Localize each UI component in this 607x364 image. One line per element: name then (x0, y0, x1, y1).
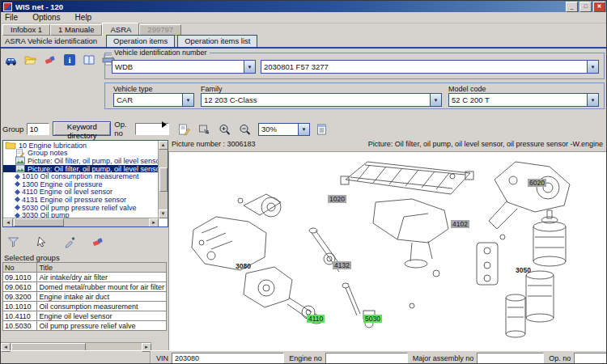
model-code-combo[interactable]: 52 C 200 T ▼ (448, 93, 599, 107)
module-tab-1[interactable]: Operation items (106, 35, 175, 47)
scrollbar-thumb[interactable] (159, 167, 168, 192)
scroll-right-icon[interactable]: ► (149, 218, 159, 227)
chevron-down-icon[interactable]: ▼ (587, 94, 598, 106)
table-row[interactable]: 09.0610Domed metal/rubber mount for air … (3, 282, 167, 292)
vin-fieldset: Vehicle identification number WDB ▼ 2030… (104, 53, 605, 79)
status-bar: VIN 203080 Engine no Major assembly no O… (1, 350, 607, 364)
callout-4102[interactable]: 4102 (451, 220, 469, 228)
column-header-title: Title (37, 263, 167, 273)
tree-item-label: Picture: Oil filter, oil pump, oil level… (28, 165, 159, 173)
wmi-combo[interactable]: WDB ▼ (112, 60, 256, 74)
close-button[interactable]: ✕ (593, 2, 605, 12)
car-icon (4, 53, 19, 66)
callout-1020[interactable]: 1020 (328, 195, 346, 203)
callout-4132[interactable]: 4132 (333, 261, 351, 269)
callout-4110[interactable]: 4110 (307, 315, 325, 323)
callout-6020[interactable]: 6020 (528, 179, 546, 187)
cursor-button[interactable] (32, 233, 50, 251)
chevron-down-icon[interactable]: ▼ (182, 94, 193, 106)
menu-help[interactable]: Help (75, 13, 92, 22)
tree-item-7[interactable]: 4131 Engine oil pressure sensor (3, 196, 159, 204)
table-row[interactable]: 09.3200Engine intake air duct (3, 292, 167, 302)
scrollbar-thumb[interactable] (14, 218, 64, 226)
vin-combo[interactable]: 2030801 F57 3277 ▼ (261, 60, 599, 74)
info-button[interactable]: i (61, 51, 79, 69)
eraser-button[interactable] (41, 51, 59, 69)
diagram-toolbar-icons (175, 121, 253, 138)
table-row[interactable]: 10.1010Oil consumption measurement (3, 302, 167, 311)
picture-title: Picture: Oil filter, oil pump, oil level… (368, 140, 603, 150)
status-vin-label: VIN (156, 354, 168, 362)
diamond-bullet-icon (15, 197, 20, 202)
session-tab-1[interactable]: 1 Manuale (50, 24, 102, 36)
vehicle-type-combo[interactable]: CAR ▼ (113, 93, 194, 107)
menu-file[interactable]: File (5, 13, 18, 22)
chevron-down-icon[interactable]: ▼ (587, 61, 598, 73)
vehicle-type-value: CAR (114, 95, 182, 104)
tree-item-1[interactable]: Group notes (3, 150, 159, 158)
splitter-arrow-icon[interactable] (162, 121, 167, 128)
callout-5030[interactable]: 5030 (363, 315, 382, 323)
car-button[interactable] (2, 51, 20, 69)
table-row[interactable]: 09.1010Air intake/dry air filter (3, 273, 167, 282)
dropper-button[interactable] (61, 233, 79, 251)
group-tree: 10 Engine lubricationGroup notesPicture:… (2, 140, 168, 227)
menu-options[interactable]: Options (32, 13, 60, 22)
diagram-canvas[interactable]: 30803050102060204132410241105030 (168, 151, 607, 350)
tree-vertical-scrollbar[interactable]: ▲ ▼ (158, 141, 168, 218)
callout-3050[interactable]: 3050 (516, 266, 531, 274)
cell-title: Engine oil level sensor (37, 311, 167, 321)
module-tab-0[interactable]: ASRA Vehicle identification (3, 36, 104, 47)
scroll-up-icon[interactable]: ▲ (159, 141, 168, 150)
diamond-bullet-icon (15, 181, 20, 187)
keyword-directory-button[interactable]: Keyword directory (53, 121, 111, 136)
scroll-left-icon[interactable]: ◄ (3, 218, 13, 227)
tree-item-6[interactable]: 4110 Engine oil level sensor (3, 188, 159, 197)
tree-horizontal-scrollbar[interactable]: ◄ ► (3, 218, 159, 226)
table-row[interactable]: 10.5030Oil pump pressure relief valve (3, 321, 167, 331)
cell-no: 09.3200 (3, 292, 37, 302)
cell-no: 10.1010 (3, 302, 37, 311)
chevron-down-icon[interactable]: ▼ (298, 124, 309, 135)
filter-button[interactable] (4, 233, 22, 251)
status-spacer (1, 351, 151, 364)
callout-3080[interactable]: 3080 (236, 262, 251, 270)
zoom-out-button[interactable] (236, 121, 253, 138)
cell-title: Oil pump pressure relief valve (37, 321, 167, 331)
edit-note-button[interactable] (175, 121, 193, 138)
chevron-down-icon[interactable]: ▼ (244, 61, 255, 73)
diamond-bullet-icon (15, 174, 20, 180)
zoom-combo[interactable]: 30% ▼ (258, 123, 310, 136)
status-engine-value (325, 353, 408, 364)
fit-view-button[interactable] (195, 121, 213, 138)
chevron-down-icon[interactable]: ▼ (430, 94, 441, 106)
family-combo[interactable]: 12 203 C-Class ▼ (201, 93, 442, 107)
tree-item-8[interactable]: 5030 Oil pump pressure relief valve (3, 204, 159, 212)
page-icon (315, 123, 329, 136)
minimize-button[interactable]: _ (566, 2, 578, 12)
tree-item-2[interactable]: Picture: Oil filter, oil pump, oil level… (3, 157, 159, 165)
open-folder-button[interactable] (22, 51, 40, 69)
session-tab-2[interactable]: ASRA (102, 23, 139, 36)
model-code-label: Model code (448, 85, 486, 93)
module-tab-2[interactable]: Operation items list (177, 35, 257, 47)
table-row[interactable]: 10.4110Engine oil level sensor (3, 311, 167, 321)
scroll-down-icon[interactable]: ▼ (159, 210, 168, 218)
zoom-in-button[interactable] (215, 121, 233, 138)
tree-item-0[interactable]: 10 Engine lubrication (3, 142, 159, 150)
book-button[interactable] (80, 51, 98, 69)
session-tab-0[interactable]: Infobox 1 (2, 24, 50, 36)
session-tab-3[interactable]: 299797 (139, 24, 181, 36)
group-input[interactable] (27, 123, 49, 135)
cell-title: Domed metal/rubber mount for air filter (37, 282, 167, 292)
cell-no: 09.1010 (3, 273, 37, 282)
tree-item-label: Picture: Oil filter, oil pump, oil level… (28, 157, 159, 165)
selection-toolbar (4, 233, 107, 251)
tree-item-4[interactable]: 1010 Oil consumption measurement (3, 172, 159, 180)
eraser-button[interactable] (89, 233, 107, 251)
tree-item-3[interactable]: Picture: Oil filter, oil pump, oil level… (3, 165, 159, 173)
maximize-button[interactable]: □ (579, 2, 592, 12)
tree-item-5[interactable]: 1300 Engine oil pressure (3, 180, 159, 188)
picture-info-row: Picture number : 3006183 Picture: Oil fi… (168, 140, 606, 150)
page-button[interactable] (312, 121, 330, 138)
